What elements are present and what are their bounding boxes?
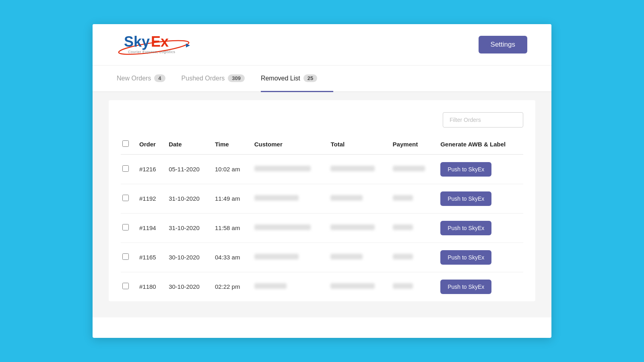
col-header-check <box>121 136 135 154</box>
col-header-customer: Customer <box>250 136 327 154</box>
row-total <box>326 243 388 272</box>
row-checkbox-cell <box>121 213 135 243</box>
row-order: #1216 <box>135 154 165 184</box>
row-push-cell: Push to SkyEx <box>436 272 523 301</box>
logo-svg: Sky Ex Courier Express, Logistics <box>117 32 191 57</box>
svg-text:Sky: Sky <box>124 33 150 50</box>
row-date: 30-10-2020 <box>165 272 211 301</box>
row-payment <box>389 213 437 243</box>
app-window: Sky Ex Courier Express, Logistics Settin… <box>93 24 551 338</box>
row-checkbox-cell <box>121 272 135 301</box>
push-to-skyex-button[interactable]: Push to SkyEx <box>440 191 491 206</box>
orders-table: Order Date Time Customer Total Payment G… <box>121 136 523 301</box>
row-order: #1165 <box>135 243 165 272</box>
push-to-skyex-button[interactable]: Push to SkyEx <box>440 221 491 235</box>
row-checkbox[interactable] <box>122 165 129 172</box>
table-row: #1165 30-10-2020 04:33 am Push to SkyEx <box>121 243 523 272</box>
push-to-skyex-button[interactable]: Push to SkyEx <box>440 162 491 177</box>
col-header-time: Time <box>211 136 250 154</box>
row-time: 11:49 am <box>211 184 250 213</box>
tab-new-orders[interactable]: New Orders 4 <box>117 66 182 92</box>
row-push-cell: Push to SkyEx <box>436 243 523 272</box>
row-customer <box>250 213 327 243</box>
row-checkbox[interactable] <box>122 224 129 230</box>
table-row: #1180 30-10-2020 02:22 pm Push to SkyEx <box>121 272 523 301</box>
header: Sky Ex Courier Express, Logistics Settin… <box>93 24 551 66</box>
row-total <box>326 184 388 213</box>
tab-removed-list[interactable]: Removed List 25 <box>261 66 333 92</box>
content-area: Order Date Time Customer Total Payment G… <box>93 92 551 317</box>
row-customer <box>250 154 327 184</box>
filter-orders-input[interactable] <box>443 112 523 128</box>
col-header-date: Date <box>165 136 211 154</box>
tab-new-orders-label: New Orders <box>117 75 151 82</box>
row-payment <box>389 243 437 272</box>
row-checkbox[interactable] <box>122 283 129 289</box>
row-date: 31-10-2020 <box>165 213 211 243</box>
row-checkbox-cell <box>121 243 135 272</box>
tab-pushed-orders-badge: 309 <box>228 74 245 82</box>
row-payment <box>389 154 437 184</box>
filter-row <box>121 112 523 128</box>
logo: Sky Ex Courier Express, Logistics <box>117 32 191 57</box>
tab-removed-list-label: Removed List <box>261 75 300 82</box>
row-order: #1192 <box>135 184 165 213</box>
row-total <box>326 213 388 243</box>
row-time: 04:33 am <box>211 243 250 272</box>
settings-button[interactable]: Settings <box>479 36 527 53</box>
row-checkbox[interactable] <box>122 195 129 201</box>
tabs-bar: New Orders 4 Pushed Orders 309 Removed L… <box>93 66 551 92</box>
row-date: 30-10-2020 <box>165 243 211 272</box>
row-time: 02:22 pm <box>211 272 250 301</box>
row-customer <box>250 272 327 301</box>
row-push-cell: Push to SkyEx <box>436 213 523 243</box>
tab-new-orders-badge: 4 <box>154 74 165 82</box>
push-to-skyex-button[interactable]: Push to SkyEx <box>440 280 491 294</box>
row-push-cell: Push to SkyEx <box>436 154 523 184</box>
svg-text:Ex: Ex <box>151 33 169 50</box>
col-header-payment: Payment <box>389 136 437 154</box>
row-customer <box>250 243 327 272</box>
table-row: #1216 05-11-2020 10:02 am Push to SkyEx <box>121 154 523 184</box>
table-row: #1194 31-10-2020 11:58 am Push to SkyEx <box>121 213 523 243</box>
row-payment <box>389 184 437 213</box>
row-payment <box>389 272 437 301</box>
col-header-order: Order <box>135 136 165 154</box>
tab-removed-list-badge: 25 <box>303 74 317 82</box>
row-date: 31-10-2020 <box>165 184 211 213</box>
select-all-checkbox[interactable] <box>122 140 129 147</box>
row-time: 10:02 am <box>211 154 250 184</box>
tab-pushed-orders-label: Pushed Orders <box>182 75 225 82</box>
row-total <box>326 154 388 184</box>
row-time: 11:58 am <box>211 213 250 243</box>
row-checkbox-cell <box>121 184 135 213</box>
row-order: #1194 <box>135 213 165 243</box>
table-header-row: Order Date Time Customer Total Payment G… <box>121 136 523 154</box>
row-total <box>326 272 388 301</box>
col-header-total: Total <box>326 136 388 154</box>
svg-text:Courier Express, Logistics: Courier Express, Logistics <box>128 50 175 54</box>
table-row: #1192 31-10-2020 11:49 am Push to SkyEx <box>121 184 523 213</box>
row-checkbox-cell <box>121 154 135 184</box>
tab-pushed-orders[interactable]: Pushed Orders 309 <box>182 66 261 92</box>
row-checkbox[interactable] <box>122 253 129 260</box>
col-header-awb: Generate AWB & Label <box>436 136 523 154</box>
row-push-cell: Push to SkyEx <box>436 184 523 213</box>
row-order: #1180 <box>135 272 165 301</box>
row-date: 05-11-2020 <box>165 154 211 184</box>
push-to-skyex-button[interactable]: Push to SkyEx <box>440 250 491 265</box>
row-customer <box>250 184 327 213</box>
content-card: Order Date Time Customer Total Payment G… <box>109 100 535 301</box>
